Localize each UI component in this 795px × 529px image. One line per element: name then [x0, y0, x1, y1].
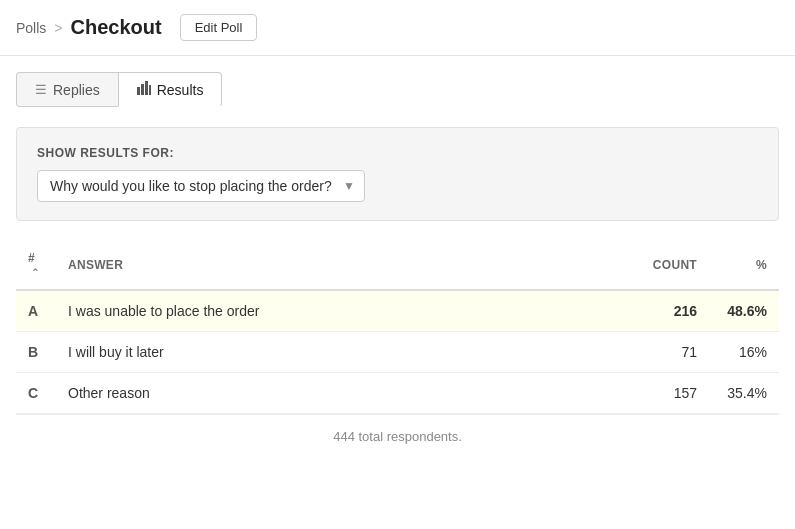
tab-results[interactable]: Results	[118, 72, 223, 107]
replies-icon: ☰	[35, 82, 47, 97]
col-header-count: COUNT	[629, 241, 709, 290]
row-answer: Other reason	[56, 373, 629, 414]
svg-rect-0	[137, 87, 140, 95]
tab-replies[interactable]: ☰ Replies	[16, 72, 118, 107]
header: Polls > Checkout Edit Poll	[0, 0, 795, 56]
table-row: B I will buy it later 71 16%	[16, 332, 779, 373]
row-letter: B	[16, 332, 56, 373]
row-letter: C	[16, 373, 56, 414]
svg-rect-3	[149, 85, 151, 95]
table-footer: 444 total respondents.	[16, 414, 779, 458]
col-header-answer: ANSWER	[56, 241, 629, 290]
svg-rect-1	[141, 84, 144, 95]
breadcrumb-current: Checkout	[71, 16, 162, 39]
row-letter: A	[16, 290, 56, 332]
results-table-container: # ⌃ ANSWER COUNT % A I was unable to pla…	[16, 241, 779, 414]
sort-icon: ⌃	[31, 267, 39, 278]
row-pct: 35.4%	[709, 373, 779, 414]
breadcrumb-polls-link[interactable]: Polls	[16, 20, 46, 36]
table-row: A I was unable to place the order 216 48…	[16, 290, 779, 332]
tab-replies-label: Replies	[53, 82, 100, 98]
table-row: C Other reason 157 35.4%	[16, 373, 779, 414]
row-count: 71	[629, 332, 709, 373]
edit-poll-button[interactable]: Edit Poll	[180, 14, 258, 41]
row-count: 157	[629, 373, 709, 414]
row-pct: 16%	[709, 332, 779, 373]
total-respondents-text: 444 total respondents.	[333, 429, 462, 444]
filter-section: SHOW RESULTS FOR: Why would you like to …	[16, 127, 779, 221]
filter-select[interactable]: Why would you like to stop placing the o…	[37, 170, 365, 202]
row-answer: I will buy it later	[56, 332, 629, 373]
row-answer: I was unable to place the order	[56, 290, 629, 332]
col-header-pct: %	[709, 241, 779, 290]
row-pct: 48.6%	[709, 290, 779, 332]
filter-select-wrapper: Why would you like to stop placing the o…	[37, 170, 365, 202]
table-header-row: # ⌃ ANSWER COUNT %	[16, 241, 779, 290]
results-icon	[137, 81, 151, 98]
row-count: 216	[629, 290, 709, 332]
breadcrumb-separator: >	[54, 20, 62, 36]
filter-label: SHOW RESULTS FOR:	[37, 146, 758, 160]
tab-results-label: Results	[157, 82, 204, 98]
results-table: # ⌃ ANSWER COUNT % A I was unable to pla…	[16, 241, 779, 414]
svg-rect-2	[145, 81, 148, 95]
tabs-container: ☰ Replies Results	[0, 56, 795, 107]
col-header-hash[interactable]: # ⌃	[16, 241, 56, 290]
